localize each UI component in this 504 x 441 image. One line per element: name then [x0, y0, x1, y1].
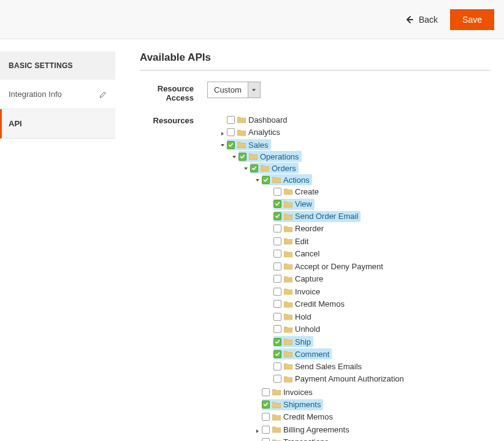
tree-label[interactable]: Payment Amount Authorization: [295, 374, 404, 383]
tree-row: Analytics: [227, 127, 280, 138]
tree-checkbox[interactable]: [262, 426, 270, 434]
tree-label[interactable]: Unhold: [295, 324, 320, 334]
tree-checkbox[interactable]: [273, 188, 281, 196]
tree-label[interactable]: Create: [295, 187, 319, 196]
tree-label[interactable]: Hold: [295, 312, 311, 321]
tree-checkbox[interactable]: [273, 325, 281, 333]
tree-row: Sales: [227, 139, 271, 150]
tree-checkbox[interactable]: [273, 350, 281, 358]
tree-checkbox[interactable]: [239, 153, 246, 161]
tree-checkbox[interactable]: [273, 338, 281, 346]
tree-row: Actions: [262, 174, 312, 185]
tree-label[interactable]: Accept or Deny Payment: [295, 262, 383, 271]
tree-checkbox[interactable]: [273, 200, 281, 208]
tree-label[interactable]: Operations: [260, 152, 299, 161]
save-button[interactable]: Save: [450, 9, 494, 30]
folder-icon: [272, 426, 281, 433]
expand-icon[interactable]: [220, 131, 226, 137]
tree-checkbox[interactable]: [273, 313, 281, 321]
tree-checkbox[interactable]: [262, 413, 270, 421]
tree-node: Create: [266, 185, 491, 198]
tree-checkbox[interactable]: [273, 237, 281, 245]
tree-label[interactable]: Send Sales Emails: [295, 362, 362, 371]
collapse-icon[interactable]: [243, 166, 249, 172]
tree-checkbox[interactable]: [273, 288, 281, 296]
folder-icon: [284, 350, 292, 358]
tree-checkbox[interactable]: [273, 224, 281, 232]
folder-icon: [272, 401, 281, 408]
expand-icon[interactable]: [254, 428, 261, 434]
tree-checkbox[interactable]: [273, 263, 281, 270]
folder-icon: [272, 388, 281, 396]
back-button[interactable]: Back: [404, 15, 438, 25]
sidebar-item-api[interactable]: API: [0, 109, 115, 139]
tree-checkbox[interactable]: [262, 176, 270, 184]
tree-node: Send Sales Emails: [266, 360, 491, 373]
tree-checkbox[interactable]: [273, 300, 281, 308]
tree-row: Send Order Email: [273, 211, 361, 222]
tree-checkbox[interactable]: [227, 116, 235, 124]
tree-label[interactable]: Shipments: [283, 400, 321, 409]
folder-icon: [272, 439, 281, 442]
tree-row: Invoice: [273, 286, 320, 297]
tree-label[interactable]: Reorder: [295, 224, 324, 233]
chevron-down-icon: [248, 82, 260, 98]
tree-row: Credit Memos: [273, 299, 345, 310]
tree-checkbox[interactable]: [262, 401, 270, 408]
tree-checkbox[interactable]: [273, 275, 281, 283]
tree-row: Transactions: [262, 437, 329, 442]
tree-label[interactable]: Sales: [248, 140, 269, 150]
tree-label[interactable]: Send Order Email: [295, 212, 358, 221]
tree-label[interactable]: Credit Memos: [295, 299, 345, 309]
tree-node: Reorder: [266, 223, 491, 236]
tree-checkbox[interactable]: [273, 362, 281, 370]
tree-label[interactable]: Comment: [295, 350, 329, 359]
resource-tree: DashboardAnalyticsSalesOperationsOrdersA…: [220, 113, 491, 441]
folder-icon: [284, 213, 292, 220]
tree-label[interactable]: Analytics: [248, 128, 280, 137]
folder-icon: [284, 188, 292, 195]
tree-checkbox[interactable]: [273, 375, 281, 383]
tree-row: Cancel: [273, 248, 319, 259]
sidebar-item-integration-info[interactable]: Integration Info: [0, 80, 115, 109]
tree-label[interactable]: View: [295, 199, 312, 209]
collapse-icon[interactable]: [231, 154, 237, 160]
tree-label[interactable]: Invoice: [295, 287, 320, 296]
tree-label[interactable]: Capture: [295, 274, 323, 283]
collapse-icon[interactable]: [254, 177, 261, 183]
tree-row: Reorder: [273, 223, 324, 234]
resource-access-select[interactable]: Custom: [207, 82, 261, 98]
tree-checkbox[interactable]: [227, 128, 235, 136]
tree-label[interactable]: Ship: [295, 337, 311, 347]
tree-label[interactable]: Billing Agreements: [283, 425, 349, 434]
tree-node: Invoice: [266, 285, 491, 298]
tree-checkbox[interactable]: [262, 438, 270, 441]
tree-node: Send Order Email: [266, 210, 491, 223]
tree-checkbox[interactable]: [227, 141, 235, 149]
sidebar-header: BASIC SETTINGS: [0, 52, 115, 80]
folder-icon: [284, 375, 292, 383]
folder-icon: [284, 313, 292, 320]
tree-label[interactable]: Invoices: [283, 388, 313, 397]
back-label: Back: [419, 15, 438, 25]
tree-label[interactable]: Dashboard: [248, 115, 288, 125]
tree-label[interactable]: Orders: [272, 164, 296, 173]
tree-label[interactable]: Cancel: [295, 249, 319, 258]
tree-label[interactable]: Edit: [295, 237, 308, 246]
tree-node: Payment Amount Authorization: [266, 373, 491, 386]
tree-checkbox[interactable]: [250, 164, 258, 172]
tree-checkbox[interactable]: [273, 212, 281, 220]
tree-row: Orders: [250, 163, 299, 174]
tree-label[interactable]: Actions: [283, 175, 310, 185]
tree-node: OrdersActionsCreateViewSend Order EmailR…: [243, 162, 491, 441]
tree-label[interactable]: Transactions: [283, 437, 329, 441]
collapse-icon[interactable]: [220, 142, 226, 148]
tree-row: Unhold: [273, 324, 320, 335]
pencil-icon: [99, 91, 107, 98]
tree-checkbox[interactable]: [262, 388, 270, 396]
tree-node: Transactions: [254, 436, 491, 442]
tree-checkbox[interactable]: [273, 250, 281, 258]
tree-row: Dashboard: [227, 114, 288, 125]
tree-node: ActionsCreateViewSend Order EmailReorder…: [254, 174, 491, 386]
tree-label[interactable]: Credit Memos: [283, 412, 333, 421]
